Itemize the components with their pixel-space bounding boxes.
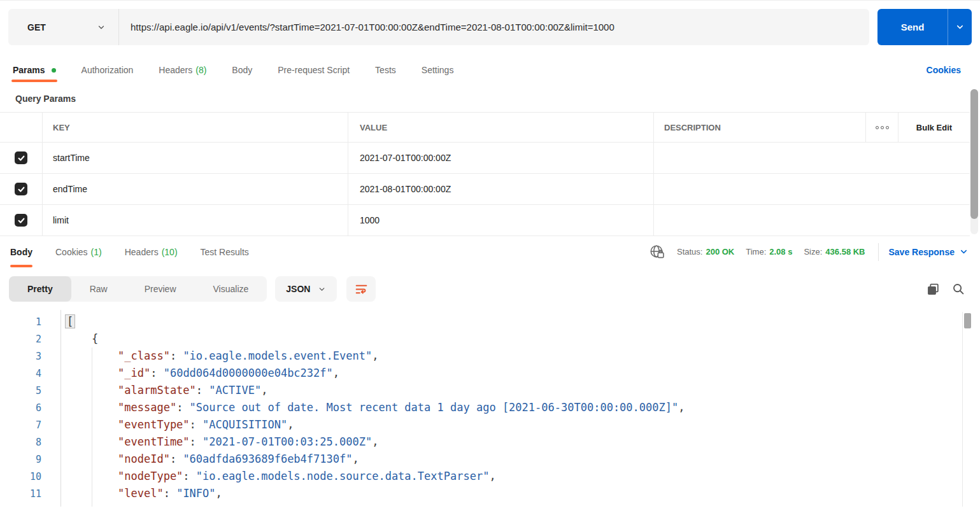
postman-request-window: GET Send Params Authorization Headers [0, 0, 980, 513]
param-value[interactable]: 2021-07-01T00:00:00Z [348, 143, 654, 173]
response-tab-headers[interactable]: Headers (10) [125, 236, 178, 267]
line-number: 3 [0, 348, 60, 365]
json-key: "nodeId" [118, 453, 170, 465]
json-value: "ACTIVE" [209, 384, 261, 397]
time-pair: Time: 2.08 s [746, 247, 792, 256]
tab-label: Settings [422, 65, 454, 75]
param-row-limit: limit 1000 [0, 205, 970, 236]
line-number: 7 [0, 417, 60, 434]
send-button[interactable]: Send [877, 9, 948, 45]
more-options-icon [886, 126, 889, 129]
status-pair: Status: 200 OK [677, 247, 734, 256]
line-number: 10 [0, 468, 60, 486]
url-input[interactable] [131, 22, 858, 32]
cookies-link[interactable]: Cookies [927, 65, 961, 75]
view-mode-group: Pretty Raw Preview Visualize [9, 276, 267, 302]
tab-headers[interactable]: Headers (8) [159, 58, 206, 82]
param-description[interactable] [654, 174, 970, 204]
response-tab-test-results[interactable]: Test Results [201, 236, 249, 267]
copy-button[interactable] [927, 283, 940, 296]
bulk-edit-button[interactable]: Bulk Edit [898, 113, 970, 142]
row-checkbox[interactable] [15, 183, 27, 195]
search-icon [952, 283, 965, 295]
chevron-down-icon [959, 247, 969, 256]
time-value: 2.08 s [769, 247, 792, 256]
view-mode-preview[interactable]: Preview [126, 276, 195, 302]
json-key: "_id" [118, 367, 150, 379]
tab-tests[interactable]: Tests [375, 58, 396, 82]
indent-guide [92, 348, 92, 507]
tab-params[interactable]: Params [13, 58, 56, 82]
check-icon [17, 185, 25, 193]
check-icon [17, 216, 25, 225]
wrap-text-icon [355, 283, 368, 296]
row-checkbox[interactable] [15, 151, 27, 164]
code-line: 3"_class": "io.eagle.models.event.Event"… [0, 348, 980, 365]
param-row-starttime: startTime 2021-07-01T00:00:00Z [0, 143, 970, 174]
code-line: 8"eventTime": "2021-07-01T00:03:25.000Z"… [0, 433, 980, 451]
code-line: 2{ [0, 330, 980, 348]
json-value: "Source out of date. Most recent data 1 … [190, 401, 679, 414]
response-bar: Body Cookies (1) Headers (10) Test Resul… [0, 236, 980, 267]
tab-body[interactable]: Body [232, 58, 252, 82]
tab-pre-request-script[interactable]: Pre-request Script [278, 58, 350, 82]
json-key: "_class" [118, 349, 170, 362]
response-body-editor[interactable]: 1[ 2{ 3"_class": "io.eagle.models.event.… [0, 310, 980, 507]
globe-lock-icon [649, 244, 665, 260]
more-options-icon [881, 126, 884, 129]
check-icon [17, 154, 25, 162]
json-key: "level" [118, 487, 164, 500]
response-tab-body[interactable]: Body [10, 236, 32, 267]
time-label: Time: [746, 247, 766, 256]
code-line: 9"nodeId": "60adfda693689f6eb4f7130f", [0, 451, 980, 468]
code-line: 1[ [0, 313, 980, 330]
json-key: "eventType" [118, 418, 190, 431]
param-value[interactable]: 2021-08-01T00:00:00Z [348, 174, 654, 204]
row-checkbox[interactable] [15, 214, 27, 227]
view-mode-pretty[interactable]: Pretty [9, 276, 71, 302]
line-number: 8 [0, 434, 60, 451]
send-button-group: Send [877, 9, 972, 45]
params-scrollbar[interactable] [970, 89, 978, 234]
tab-label: Tests [375, 65, 396, 75]
tab-count: (10) [162, 247, 178, 257]
param-key[interactable]: endTime [43, 174, 348, 204]
line-number: 4 [0, 365, 60, 383]
search-button[interactable] [952, 283, 965, 295]
url-row: GET Send [0, 1, 980, 45]
json-key: "nodeType" [118, 470, 183, 482]
copy-icon [927, 283, 940, 296]
tab-settings[interactable]: Settings [422, 58, 454, 82]
save-response-button[interactable]: Save Response [889, 247, 969, 257]
send-options-button[interactable] [948, 9, 972, 45]
url-field [119, 9, 869, 45]
view-mode-raw[interactable]: Raw [71, 276, 126, 302]
tab-label: Params [13, 65, 45, 75]
param-value[interactable]: 1000 [348, 205, 654, 235]
scrollbar-thumb[interactable] [964, 313, 971, 328]
more-options-button[interactable] [866, 113, 898, 142]
param-key[interactable]: startTime [43, 143, 348, 173]
json-key: "alarmState" [118, 384, 196, 397]
json-value: "INFO" [176, 487, 215, 500]
param-description[interactable] [654, 143, 970, 173]
size-value: 436.58 KB [825, 247, 865, 256]
param-row-endtime: endTime 2021-08-01T00:00:00Z [0, 174, 970, 205]
url-box: GET [8, 9, 869, 45]
json-brace: { [92, 332, 98, 345]
method-dropdown[interactable]: GET [8, 9, 119, 45]
response-tools [927, 283, 965, 296]
tab-label: Authorization [82, 65, 134, 75]
view-mode-visualize[interactable]: Visualize [195, 276, 267, 302]
params-table: KEY VALUE DESCRIPTION Bulk Edit startTim… [0, 112, 970, 236]
wrap-text-button[interactable] [346, 276, 376, 302]
param-key[interactable]: limit [43, 205, 348, 235]
response-tab-cookies[interactable]: Cookies (1) [55, 236, 102, 267]
format-dropdown[interactable]: JSON [275, 276, 337, 302]
tab-label: Cookies [55, 247, 88, 257]
response-body-scrollbar[interactable] [962, 312, 971, 507]
scrollbar-thumb[interactable] [970, 89, 978, 219]
tab-authorization[interactable]: Authorization [82, 58, 134, 82]
param-description[interactable] [654, 205, 970, 235]
code-line: 6"message": "Source out of date. Most re… [0, 399, 980, 416]
